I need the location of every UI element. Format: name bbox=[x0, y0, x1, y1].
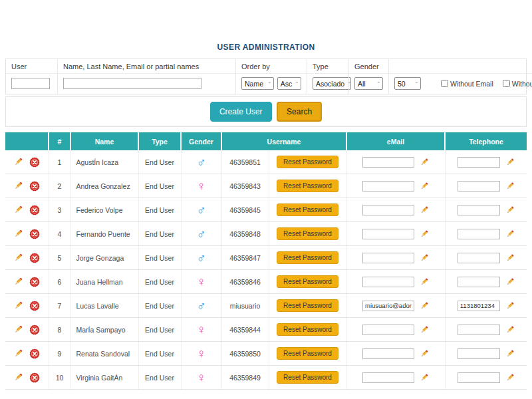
order-direction-select[interactable]: Asc ˆ︎ bbox=[277, 77, 301, 90]
phone-edit-icon[interactable] bbox=[505, 373, 515, 382]
table-row: 9 Renata Sandoval End User ♀ 46359850 Re… bbox=[5, 342, 527, 366]
delete-user-icon[interactable] bbox=[29, 277, 40, 287]
reset-password-button[interactable]: Reset Password bbox=[277, 156, 338, 168]
phone-edit-icon[interactable] bbox=[505, 349, 515, 358]
email-input[interactable] bbox=[362, 325, 414, 335]
phone-input[interactable] bbox=[458, 325, 500, 335]
phone-edit-icon[interactable] bbox=[505, 253, 515, 263]
delete-user-icon[interactable] bbox=[29, 181, 40, 192]
gender-icon: ♂ bbox=[196, 227, 205, 241]
username-value: 46359850 bbox=[221, 342, 269, 366]
phone-input[interactable] bbox=[458, 301, 500, 311]
user-table-body: 1 AgustÍn Icaza End User ♂ 46359851 Rese… bbox=[5, 150, 527, 390]
delete-user-icon[interactable] bbox=[29, 325, 40, 335]
username-value: 46359849 bbox=[221, 366, 269, 390]
page-title: USER ADMINISTRATION bbox=[5, 43, 527, 52]
email-edit-icon[interactable] bbox=[420, 229, 429, 239]
phone-edit-icon[interactable] bbox=[505, 205, 515, 215]
email-input[interactable] bbox=[362, 301, 414, 311]
username-value: 46359848 bbox=[221, 222, 269, 246]
edit-user-icon[interactable] bbox=[13, 253, 23, 263]
name-filter-input[interactable] bbox=[63, 78, 201, 89]
reset-password-button[interactable]: Reset Password bbox=[277, 347, 338, 360]
table-row: 7 Lucas Lavalle End User ♂ miusuario Res… bbox=[5, 294, 527, 318]
email-edit-icon[interactable] bbox=[420, 158, 429, 167]
delete-user-icon[interactable] bbox=[29, 301, 40, 311]
gender-icon: ♀ bbox=[196, 275, 205, 289]
email-edit-icon[interactable] bbox=[420, 325, 429, 334]
phone-input[interactable] bbox=[458, 181, 500, 192]
reset-password-button[interactable]: Reset Password bbox=[277, 323, 338, 336]
email-input[interactable] bbox=[362, 205, 414, 215]
email-input[interactable] bbox=[362, 277, 414, 287]
gender-select[interactable]: All ˆ︎ bbox=[354, 77, 383, 90]
column-header-telephone: Telephone bbox=[445, 132, 527, 150]
order-by-select[interactable]: Name ˆ︎ bbox=[241, 77, 274, 90]
chevron-down-icon: ˆ︎ bbox=[416, 80, 418, 86]
email-input[interactable] bbox=[362, 253, 414, 263]
edit-user-icon[interactable] bbox=[13, 277, 23, 287]
edit-user-icon[interactable] bbox=[13, 181, 23, 191]
phone-input[interactable] bbox=[458, 348, 500, 359]
email-input[interactable] bbox=[362, 372, 414, 383]
create-user-button[interactable]: Create User bbox=[210, 102, 272, 122]
phone-input[interactable] bbox=[458, 205, 500, 215]
users-table: # Name Type Gender Username eMail Teleph… bbox=[5, 132, 527, 390]
email-edit-icon[interactable] bbox=[420, 253, 429, 263]
email-edit-icon[interactable] bbox=[420, 301, 429, 311]
table-row: 6 Juana Hellman End User ♀ 46359846 Rese… bbox=[5, 270, 527, 294]
reset-password-button[interactable]: Reset Password bbox=[277, 275, 338, 288]
phone-input[interactable] bbox=[458, 157, 500, 168]
row-number: 5 bbox=[49, 246, 70, 270]
edit-user-icon[interactable] bbox=[13, 205, 23, 215]
reset-password-button[interactable]: Reset Password bbox=[277, 227, 338, 240]
reset-password-button[interactable]: Reset Password bbox=[277, 203, 338, 216]
phone-edit-icon[interactable] bbox=[505, 229, 515, 239]
phone-edit-icon[interactable] bbox=[505, 277, 515, 287]
phone-input[interactable] bbox=[458, 277, 500, 287]
delete-user-icon[interactable] bbox=[29, 229, 40, 239]
reset-password-button[interactable]: Reset Password bbox=[277, 251, 338, 264]
edit-user-icon[interactable] bbox=[13, 372, 23, 382]
phone-edit-icon[interactable] bbox=[505, 158, 515, 167]
edit-user-icon[interactable] bbox=[13, 325, 23, 334]
reset-password-button[interactable]: Reset Password bbox=[277, 299, 338, 312]
phone-input[interactable] bbox=[458, 372, 500, 383]
user-filter-input[interactable] bbox=[11, 78, 50, 89]
order-direction-value: Asc bbox=[281, 80, 293, 88]
email-edit-icon[interactable] bbox=[420, 205, 429, 215]
user-name: MarÍa Sampayo bbox=[70, 318, 138, 342]
phone-edit-icon[interactable] bbox=[505, 182, 515, 191]
type-select[interactable]: Asociado ˆ︎ bbox=[313, 77, 351, 90]
phone-edit-icon[interactable] bbox=[505, 301, 515, 311]
without-email-checkbox[interactable] bbox=[441, 80, 448, 87]
gender-filter-label: Gender bbox=[348, 59, 388, 74]
email-input[interactable] bbox=[362, 157, 414, 168]
delete-user-icon[interactable] bbox=[29, 205, 40, 215]
delete-user-icon[interactable] bbox=[29, 253, 40, 263]
table-row: 8 MarÍa Sampayo End User ♀ 46359844 Rese… bbox=[5, 318, 527, 342]
reset-password-button[interactable]: Reset Password bbox=[277, 180, 338, 192]
email-edit-icon[interactable] bbox=[420, 182, 429, 191]
phone-input[interactable] bbox=[458, 253, 500, 263]
email-input[interactable] bbox=[362, 229, 414, 239]
edit-user-icon[interactable] bbox=[13, 348, 23, 358]
email-input[interactable] bbox=[362, 348, 414, 359]
delete-user-icon[interactable] bbox=[29, 157, 40, 168]
reset-password-button[interactable]: Reset Password bbox=[277, 371, 338, 384]
email-input[interactable] bbox=[362, 181, 414, 192]
phone-input[interactable] bbox=[458, 229, 500, 239]
edit-user-icon[interactable] bbox=[13, 157, 23, 167]
without-phone-checkbox[interactable] bbox=[503, 80, 510, 87]
email-edit-icon[interactable] bbox=[420, 349, 429, 358]
email-edit-icon[interactable] bbox=[420, 373, 429, 382]
edit-user-icon[interactable] bbox=[13, 229, 23, 239]
page-size-select[interactable]: 50 ˆ︎ bbox=[394, 77, 421, 90]
phone-edit-icon[interactable] bbox=[505, 325, 515, 334]
edit-user-icon[interactable] bbox=[13, 301, 23, 311]
row-number: 7 bbox=[49, 294, 70, 318]
search-button[interactable]: Search bbox=[277, 102, 322, 122]
delete-user-icon[interactable] bbox=[29, 372, 40, 383]
delete-user-icon[interactable] bbox=[29, 348, 40, 359]
email-edit-icon[interactable] bbox=[420, 277, 429, 287]
